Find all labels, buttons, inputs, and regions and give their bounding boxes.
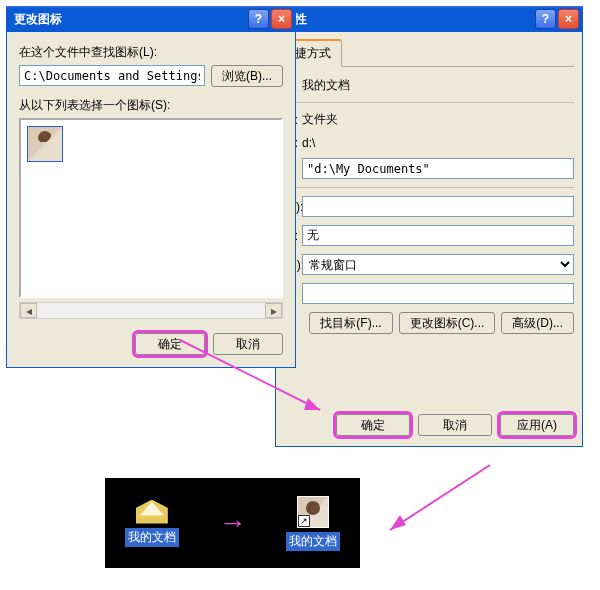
close-button[interactable]: × (271, 9, 292, 29)
desktop-icon-after[interactable]: ↗ 我的文档 (286, 496, 340, 551)
select-icon-label: 从以下列表选择一个图标(S): (19, 97, 283, 114)
properties-titlebar[interactable]: 属性 ? × (275, 6, 583, 32)
desktop-demo: 我的文档 → ↗ 我的文档 (105, 478, 360, 568)
browse-button[interactable]: 浏览(B)... (211, 65, 283, 87)
change-icon-button[interactable]: 更改图标(C)... (399, 312, 496, 334)
props-apply-button[interactable]: 应用(A) (500, 414, 574, 436)
shortcut-name: 我的文档 (302, 77, 574, 94)
close-button[interactable]: × (558, 9, 579, 29)
target-input[interactable] (302, 158, 574, 179)
scroll-right-icon[interactable]: ▸ (265, 303, 282, 318)
icon-list[interactable] (19, 118, 283, 298)
comment-input[interactable] (302, 283, 574, 304)
search-in-label: 在这个文件中查找图标(L): (19, 44, 283, 61)
type-value: 文件夹 (302, 111, 574, 128)
folder-icon (136, 500, 168, 524)
help-button[interactable]: ? (248, 9, 269, 29)
change-icon-dialog: 更改图标 ? × 在这个文件中查找图标(L): 浏览(B)... 从以下列表选择… (6, 6, 296, 368)
tabstrip: 捷方式 (284, 38, 574, 67)
change-icon-title: 更改图标 (14, 11, 246, 28)
desktop-icon-before[interactable]: 我的文档 (125, 500, 179, 547)
icon-list-scrollbar[interactable]: ◂ ▸ (19, 302, 283, 319)
icon-thumbnail[interactable] (27, 126, 63, 162)
props-cancel-button[interactable]: 取消 (418, 414, 492, 436)
shortcut-key-input[interactable] (302, 225, 574, 246)
desktop-icon-caption: 我的文档 (125, 528, 179, 547)
help-button[interactable]: ? (535, 9, 556, 29)
svg-marker-1 (304, 398, 320, 410)
advanced-button[interactable]: 高级(D)... (501, 312, 574, 334)
svg-line-2 (390, 465, 490, 530)
custom-icon: ↗ (297, 496, 329, 528)
arrow-annotation (380, 465, 500, 545)
properties-title: 属性 (283, 11, 533, 28)
find-target-button[interactable]: 找目标(F)... (309, 312, 392, 334)
icon-path-input[interactable] (19, 65, 205, 86)
svg-line-0 (180, 340, 320, 410)
run-select[interactable]: 常规窗口 (302, 254, 574, 275)
change-icon-titlebar[interactable]: 更改图标 ? × (6, 6, 296, 32)
shortcut-overlay-icon: ↗ (298, 515, 310, 527)
location-value: d:\ (302, 136, 574, 150)
svg-marker-3 (390, 515, 406, 530)
scroll-left-icon[interactable]: ◂ (20, 303, 37, 318)
arrow-annotation (180, 340, 350, 430)
start-in-input[interactable] (302, 196, 574, 217)
desktop-icon-caption: 我的文档 (286, 532, 340, 551)
arrow-icon: → (218, 507, 246, 539)
